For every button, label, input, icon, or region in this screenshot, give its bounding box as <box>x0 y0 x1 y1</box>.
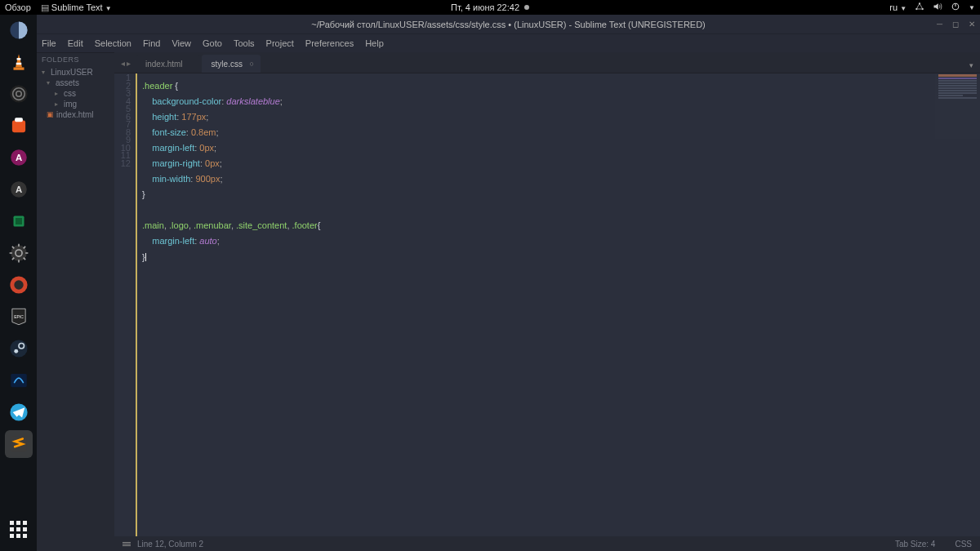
tree-css[interactable]: ▸css <box>40 88 114 99</box>
status-syntax[interactable]: CSS <box>955 540 972 549</box>
svg-point-24 <box>10 340 27 357</box>
menu-selection[interactable]: Selection <box>95 38 131 48</box>
dock-browser[interactable] <box>5 16 33 44</box>
sidebar: FOLDERS ▾LinuxUSER ▾assets ▸css ▸img ▣in… <box>37 52 114 551</box>
line-gutter: 123456789101112 <box>114 73 137 536</box>
folder-tree: ▾LinuxUSER ▾assets ▸css ▸img ▣index.html <box>37 66 114 120</box>
dock-sublime-active[interactable] <box>5 430 33 458</box>
svg-rect-5 <box>13 68 24 70</box>
dock-vlc[interactable] <box>5 48 33 76</box>
sublime-window: ~/Рабочий стол/LinuxUSER/assets/css/styl… <box>37 15 980 551</box>
dock-tf2[interactable] <box>5 271 33 299</box>
dock-software[interactable] <box>5 112 33 140</box>
svg-rect-27 <box>11 374 27 387</box>
power-icon[interactable] <box>951 2 960 13</box>
dock-updater[interactable]: A <box>5 176 33 203</box>
dock-chip[interactable] <box>5 207 33 235</box>
minimize-button[interactable]: ─ <box>937 20 942 29</box>
keyboard-layout[interactable]: ru ▼ <box>889 2 906 12</box>
tab-overflow-chevron-icon[interactable]: ▾ <box>963 58 980 73</box>
text-caret <box>145 253 146 261</box>
dock-apps-store[interactable]: A <box>5 144 33 171</box>
volume-icon[interactable] <box>933 2 942 13</box>
dock-steam[interactable] <box>5 335 33 362</box>
titlebar: ~/Рабочий стол/LinuxUSER/assets/css/styl… <box>37 15 980 34</box>
svg-rect-6 <box>16 58 20 60</box>
dock-show-apps[interactable] <box>5 515 33 543</box>
tabstrip: ◂▸ index.html style.css○ ▾ <box>114 52 980 73</box>
dock-settings[interactable] <box>5 239 33 267</box>
status-tabsize[interactable]: Tab Size: 4 <box>895 540 935 549</box>
menu-goto[interactable]: Goto <box>203 38 222 48</box>
code-content[interactable]: .header { background-color: darkslateblu… <box>137 73 320 536</box>
svg-point-22 <box>14 280 23 289</box>
menu-find[interactable]: Find <box>143 38 160 48</box>
system-top-panel: Обзор ▤ Sublime Text ▼ Пт, 4 июня 22:42 … <box>0 0 980 15</box>
nav-back-icon[interactable]: ◂ <box>121 59 125 68</box>
tree-root[interactable]: ▾LinuxUSER <box>40 67 114 78</box>
activities-button[interactable]: Обзор <box>5 2 31 12</box>
tree-img[interactable]: ▸img <box>40 99 114 109</box>
menu-preferences[interactable]: Preferences <box>305 38 354 48</box>
svg-text:A: A <box>15 153 21 162</box>
statusbar: Line 12, Column 2 Tab Size: 4 CSS <box>114 536 980 551</box>
svg-rect-11 <box>11 121 24 133</box>
svg-text:A: A <box>15 184 21 194</box>
menu-file[interactable]: File <box>42 38 56 48</box>
nav-fwd-icon[interactable]: ▸ <box>127 59 131 68</box>
app-menubar: File Edit Selection Find View Goto Tools… <box>37 34 980 52</box>
dock-telegram[interactable] <box>5 398 33 426</box>
dock-battlenet[interactable] <box>5 367 33 394</box>
system-menu-chevron-icon[interactable]: ▼ <box>969 4 975 11</box>
window-title: ~/Рабочий стол/LinuxUSER/assets/css/styl… <box>311 20 706 29</box>
chevron-down-icon: ▼ <box>105 5 112 12</box>
status-menu-icon[interactable] <box>122 542 131 546</box>
tree-index[interactable]: ▣index.html <box>40 109 114 120</box>
dirty-indicator-icon: ○ <box>249 60 253 68</box>
svg-rect-18 <box>15 218 21 224</box>
code-editor[interactable]: 123456789101112 .header { background-col… <box>114 73 980 536</box>
sidebar-heading: FOLDERS <box>37 52 114 66</box>
minimap[interactable] <box>935 73 980 139</box>
menu-help[interactable]: Help <box>365 38 384 48</box>
maximize-button[interactable]: ◻ <box>952 20 959 29</box>
sublime-small-icon: ▤ <box>41 3 49 12</box>
notification-dot-icon <box>524 5 529 10</box>
launcher-dock: A A EPIC <box>0 15 37 551</box>
svg-rect-12 <box>15 118 23 122</box>
menu-edit[interactable]: Edit <box>68 38 83 48</box>
svg-point-26 <box>14 349 18 353</box>
tree-assets[interactable]: ▾assets <box>40 78 114 88</box>
menu-project[interactable]: Project <box>266 38 294 48</box>
dock-obs[interactable] <box>5 80 33 108</box>
svg-text:EPIC: EPIC <box>14 315 24 319</box>
svg-rect-7 <box>16 63 21 64</box>
html-file-icon: ▣ <box>47 109 54 120</box>
status-position[interactable]: Line 12, Column 2 <box>137 540 203 549</box>
tab-style-css[interactable]: style.css○ <box>202 55 261 73</box>
close-button[interactable]: ✕ <box>969 20 975 29</box>
network-icon[interactable] <box>915 2 924 13</box>
clock[interactable]: Пт, 4 июня 22:42 <box>451 2 519 12</box>
tab-history-nav[interactable]: ◂▸ <box>116 59 136 73</box>
app-indicator[interactable]: ▤ Sublime Text ▼ <box>41 2 112 12</box>
menu-view[interactable]: View <box>172 38 191 48</box>
menu-tools[interactable]: Tools <box>234 38 255 48</box>
tab-index-html[interactable]: index.html <box>136 55 201 73</box>
dock-epic[interactable]: EPIC <box>5 303 33 331</box>
